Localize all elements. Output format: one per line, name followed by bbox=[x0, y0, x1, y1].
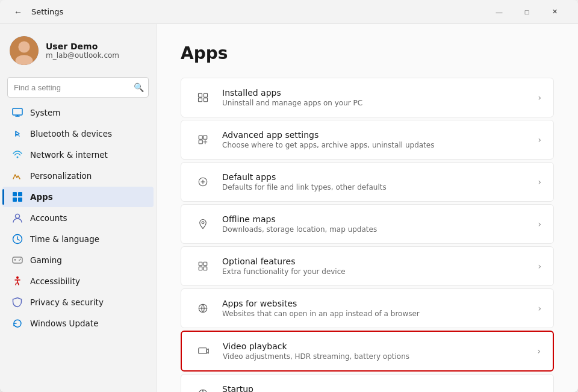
apps-for-websites-text: Apps for websites Websites that can open… bbox=[222, 299, 533, 318]
svg-rect-22 bbox=[204, 98, 208, 102]
svg-rect-10 bbox=[18, 198, 22, 202]
sidebar-item-update[interactable]: Windows Update bbox=[2, 313, 154, 334]
advanced-app-settings-text: Advanced app settings Choose where to ge… bbox=[222, 130, 533, 149]
apps-icon bbox=[12, 191, 23, 202]
svg-rect-28 bbox=[199, 262, 202, 266]
sidebar-item-accounts[interactable]: Accounts bbox=[2, 208, 154, 228]
sidebar-label-accounts: Accounts bbox=[30, 213, 67, 223]
installed-apps-item[interactable]: Installed apps Uninstall and manage apps… bbox=[181, 78, 554, 117]
svg-rect-19 bbox=[199, 93, 202, 97]
video-playback-text: Video playback Video adjustments, HDR st… bbox=[223, 341, 532, 361]
svg-rect-13 bbox=[13, 257, 22, 263]
personalization-icon bbox=[12, 170, 23, 181]
svg-rect-7 bbox=[13, 192, 17, 196]
sidebar-label-time: Time & language bbox=[30, 234, 99, 244]
sidebar-label-accessibility: Accessibility bbox=[30, 276, 80, 286]
startup-icon bbox=[193, 384, 213, 392]
minimize-button[interactable]: — bbox=[485, 2, 513, 22]
svg-rect-8 bbox=[18, 192, 22, 196]
offline-maps-icon bbox=[193, 214, 213, 234]
user-info: User Demo m_lab@outlook.com bbox=[46, 42, 119, 60]
svg-rect-31 bbox=[204, 267, 207, 270]
default-apps-icon bbox=[193, 172, 213, 191]
accounts-icon bbox=[12, 213, 23, 223]
offline-maps-item[interactable]: Offline maps Downloads, storage location… bbox=[181, 204, 554, 244]
network-icon bbox=[12, 149, 23, 160]
sidebar-item-time[interactable]: Time & language bbox=[2, 229, 154, 249]
svg-rect-9 bbox=[13, 198, 17, 202]
gaming-icon bbox=[12, 255, 23, 266]
svg-rect-30 bbox=[199, 267, 202, 270]
sidebar-label-privacy: Privacy & security bbox=[30, 297, 104, 307]
sidebar-label-system: System bbox=[30, 108, 60, 117]
svg-point-6 bbox=[17, 157, 19, 158]
advanced-app-settings-item[interactable]: Advanced app settings Choose where to ge… bbox=[181, 120, 554, 160]
sidebar-item-apps[interactable]: Apps bbox=[2, 187, 154, 207]
optional-features-item[interactable]: Optional features Extra functionality fo… bbox=[181, 246, 554, 286]
apps-for-websites-chevron: › bbox=[538, 303, 541, 313]
optional-features-chevron: › bbox=[538, 261, 541, 271]
settings-window: ← Settings — □ ✕ bbox=[0, 0, 578, 392]
apps-for-websites-item[interactable]: Apps for websites Websites that can open… bbox=[181, 288, 554, 328]
svg-rect-29 bbox=[204, 262, 207, 266]
maximize-button[interactable]: □ bbox=[513, 2, 541, 22]
optional-features-desc: Extra functionality for your device bbox=[222, 267, 533, 276]
video-playback-desc: Video adjustments, HDR streaming, batter… bbox=[223, 352, 532, 361]
svg-rect-20 bbox=[204, 93, 208, 97]
update-icon bbox=[12, 318, 23, 329]
time-icon bbox=[12, 234, 23, 244]
video-playback-chevron: › bbox=[537, 346, 541, 356]
default-apps-title: Default apps bbox=[222, 172, 533, 182]
svg-rect-3 bbox=[13, 108, 22, 115]
search-input[interactable] bbox=[7, 77, 149, 98]
advanced-app-settings-desc: Choose where to get apps, archive apps, … bbox=[222, 141, 533, 149]
search-box: 🔍 bbox=[7, 77, 149, 98]
default-apps-desc: Defaults for file and link types, other … bbox=[222, 183, 533, 191]
offline-maps-desc: Downloads, storage location, map updates bbox=[222, 225, 533, 234]
apps-for-websites-title: Apps for websites bbox=[222, 299, 533, 308]
sidebar-item-bluetooth[interactable]: Bluetooth & devices bbox=[2, 123, 154, 144]
startup-text: Startup Apps that start automatically wh… bbox=[222, 384, 533, 392]
back-button[interactable]: ← bbox=[10, 4, 26, 20]
optional-features-icon bbox=[193, 257, 213, 276]
main-content: Apps Installed apps Uninstall bbox=[157, 24, 578, 392]
offline-maps-chevron: › bbox=[538, 219, 541, 229]
default-apps-item[interactable]: Default apps Defaults for file and link … bbox=[181, 162, 554, 202]
sidebar-item-system[interactable]: System bbox=[2, 102, 154, 123]
startup-item[interactable]: Startup Apps that start automatically wh… bbox=[181, 374, 554, 392]
user-profile[interactable]: User Demo m_lab@outlook.com bbox=[0, 29, 156, 75]
window-title: Settings bbox=[31, 7, 485, 16]
apps-for-websites-desc: Websites that can open in an app instead… bbox=[222, 310, 533, 318]
installed-apps-title: Installed apps bbox=[222, 88, 533, 98]
sidebar-item-privacy[interactable]: Privacy & security bbox=[2, 292, 154, 313]
sidebar-item-gaming[interactable]: Gaming bbox=[2, 250, 154, 270]
page-title: Apps bbox=[181, 43, 554, 63]
sidebar-label-update: Windows Update bbox=[30, 319, 98, 328]
user-name: User Demo bbox=[46, 42, 119, 51]
content-area: User Demo m_lab@outlook.com 🔍 bbox=[0, 24, 578, 392]
bluetooth-icon bbox=[12, 128, 23, 139]
svg-rect-33 bbox=[199, 348, 207, 354]
sidebar-item-personalization[interactable]: Personalization bbox=[2, 166, 154, 186]
optional-features-title: Optional features bbox=[222, 257, 533, 266]
video-playback-item[interactable]: Video playback Video adjustments, HDR st… bbox=[181, 331, 554, 372]
optional-features-text: Optional features Extra functionality fo… bbox=[222, 257, 533, 276]
svg-point-1 bbox=[18, 41, 30, 52]
sidebar-item-network[interactable]: Network & internet bbox=[2, 145, 154, 165]
close-button[interactable]: ✕ bbox=[541, 2, 568, 22]
installed-apps-desc: Uninstall and manage apps on your PC bbox=[222, 99, 533, 107]
sidebar-label-personalization: Personalization bbox=[30, 171, 92, 181]
sidebar-label-bluetooth: Bluetooth & devices bbox=[30, 129, 112, 138]
sidebar-label-network: Network & internet bbox=[30, 150, 108, 160]
user-email: m_lab@outlook.com bbox=[46, 51, 119, 60]
privacy-icon bbox=[12, 297, 23, 308]
sidebar-item-accessibility[interactable]: Accessibility bbox=[2, 271, 154, 291]
svg-point-16 bbox=[19, 260, 20, 261]
svg-point-27 bbox=[202, 222, 204, 224]
svg-point-18 bbox=[16, 276, 19, 279]
offline-maps-text: Offline maps Downloads, storage location… bbox=[222, 214, 533, 234]
sidebar-nav: System Bluetooth & devices bbox=[0, 102, 156, 334]
offline-maps-title: Offline maps bbox=[222, 214, 533, 224]
advanced-icon bbox=[193, 130, 213, 149]
installed-apps-text: Installed apps Uninstall and manage apps… bbox=[222, 88, 533, 107]
